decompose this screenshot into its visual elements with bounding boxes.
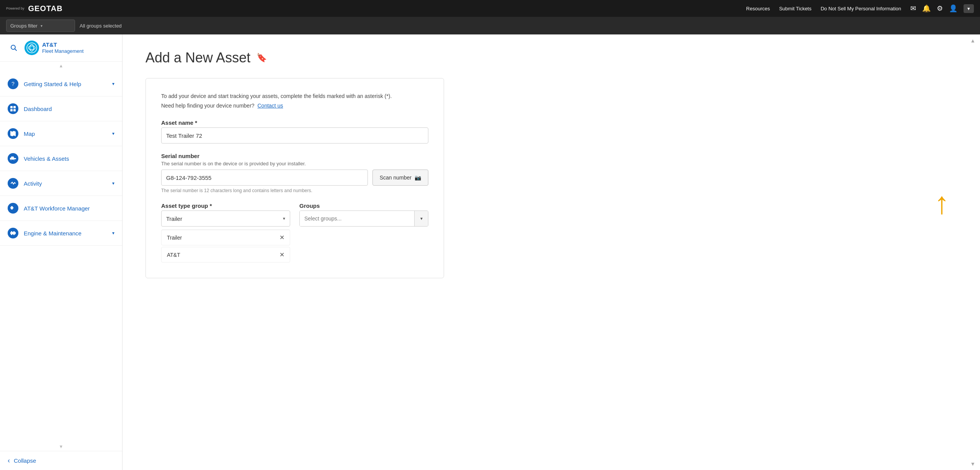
asset-type-dropdown-arrow: ▾ (283, 216, 285, 221)
nav-label-map: Map (24, 131, 107, 137)
groups-filter-dropdown[interactable]: Groups filter ▾ (6, 20, 75, 32)
scroll-up-indicator: ▲ (970, 38, 975, 44)
att-brand-name: AT&T Fleet Management (42, 41, 83, 55)
page-title-row: Add a New Asset 🔖 (145, 50, 444, 66)
sidebar-item-dashboard[interactable]: Dashboard (0, 98, 122, 119)
sidebar-scroll-down-indicator: ▼ (0, 442, 122, 451)
bookmark-icon[interactable]: 🔖 (256, 53, 267, 63)
sidebar-item-map[interactable]: Map ▾ (0, 123, 122, 144)
top-bar-right: Resources Submit Tickets Do Not Sell My … (746, 4, 974, 13)
asset-type-value: Trailer (166, 215, 182, 222)
tag-item-att: AT&T ✕ (161, 247, 290, 263)
asset-name-label: Asset name * (161, 119, 428, 126)
top-bar-left: Powered by GEOTAB (6, 4, 63, 13)
svg-rect-18 (13, 231, 15, 232)
serial-number-label: Serial number (161, 153, 428, 159)
svg-rect-8 (10, 109, 13, 111)
content-inner: Add a New Asset 🔖 To add your device and… (122, 34, 467, 294)
engine-icon (8, 228, 18, 238)
svg-rect-15 (15, 158, 16, 159)
puzzle-icon (8, 203, 18, 214)
asset-name-section: Asset name * (161, 119, 428, 144)
user-icon[interactable]: 👤 (949, 4, 957, 13)
geotab-logo-text: GEOTAB (28, 4, 63, 13)
mail-icon[interactable]: ✉ (910, 4, 916, 13)
nav-label-engine: Engine & Maintenance (24, 230, 107, 237)
scroll-down-indicator: ▼ (970, 461, 975, 467)
question-icon: ? (8, 78, 18, 89)
gear-icon[interactable]: ⚙ (937, 4, 943, 13)
svg-point-13 (11, 159, 12, 160)
contact-us-link[interactable]: Contact us (258, 103, 283, 109)
svg-rect-20 (13, 234, 15, 235)
groups-label: Groups (299, 202, 428, 209)
nav-label-activity: Activity (24, 180, 107, 187)
nav-divider-2 (0, 121, 122, 121)
main-layout: AT&T Fleet Management ▲ ? Getting Starte… (0, 34, 980, 470)
serial-number-input[interactable] (161, 170, 368, 186)
sidebar-item-workforce[interactable]: AT&T Workforce Manager (0, 197, 122, 219)
dashboard-icon (8, 103, 18, 114)
tag-list: Trailer ✕ AT&T ✕ (161, 230, 290, 263)
sidebar: AT&T Fleet Management ▲ ? Getting Starte… (0, 34, 122, 470)
svg-point-14 (14, 159, 15, 160)
form-intro-line1: To add your device and start tracking yo… (161, 93, 392, 99)
tag-remove-trailer[interactable]: ✕ (279, 234, 284, 241)
sidebar-collapse-button[interactable]: ‹ Collapse (0, 451, 122, 470)
groups-dropdown-button[interactable]: ▾ (414, 211, 428, 226)
filter-bar: Groups filter ▾ All groups selected (0, 17, 980, 34)
tag-remove-att[interactable]: ✕ (279, 251, 284, 258)
form-card: To add your device and start tracking yo… (145, 78, 444, 278)
nav-label-workforce: AT&T Workforce Manager (24, 205, 114, 212)
asset-type-dropdown[interactable]: Trailer ▾ (161, 211, 290, 227)
top-bar-icons: ✉ 🔔 ⚙ 👤 ▾ (910, 4, 974, 13)
all-groups-selected-text: All groups selected (80, 23, 122, 29)
sidebar-item-activity[interactable]: Activity ▾ (0, 173, 122, 194)
sidebar-item-getting-started[interactable]: ? Getting Started & Help ▾ (0, 73, 122, 95)
tag-label-trailer: Trailer (167, 235, 182, 241)
form-intro-sub: Need help finding your device number? Co… (161, 103, 428, 109)
sidebar-item-vehicles[interactable]: Vehicles & Assets (0, 148, 122, 169)
svg-rect-17 (11, 231, 12, 232)
asset-name-input[interactable] (161, 127, 428, 144)
svg-line-1 (15, 49, 17, 51)
groups-input-row: ▾ (299, 211, 428, 227)
groups-col: Groups ▾ (299, 202, 428, 264)
scan-number-button[interactable]: Scan number 📷 (372, 170, 428, 186)
chevron-down-icon-engine: ▾ (112, 230, 114, 236)
page-title: Add a New Asset (145, 50, 250, 66)
serial-hint-text: The serial number is 12 characters long … (161, 188, 428, 193)
nav-divider-5 (0, 196, 122, 196)
tag-label-att: AT&T (167, 252, 180, 258)
chevron-down-icon: ▾ (112, 81, 114, 86)
activity-icon (8, 178, 18, 189)
sidebar-nav: ? Getting Started & Help ▾ Dashboard (0, 70, 122, 442)
camera-icon: 📷 (415, 175, 421, 181)
groups-filter-label: Groups filter (10, 23, 38, 29)
submit-tickets-link[interactable]: Submit Tickets (779, 6, 812, 11)
svg-marker-10 (10, 131, 16, 136)
asset-type-col: Asset type group * Trailer ▾ Trailer ✕ (161, 202, 290, 264)
svg-rect-7 (13, 106, 16, 108)
nav-label-getting-started: Getting Started & Help (24, 81, 107, 87)
nav-divider-7 (0, 245, 122, 246)
tag-item-trailer: Trailer ✕ (161, 230, 290, 245)
top-bar: Powered by GEOTAB Resources Submit Ticke… (0, 0, 980, 17)
nav-divider (0, 96, 122, 96)
bell-icon[interactable]: 🔔 (922, 4, 931, 13)
att-logo: AT&T Fleet Management (24, 41, 83, 55)
do-not-sell-link[interactable]: Do Not Sell My Personal Information (821, 6, 901, 11)
att-circle-icon (24, 41, 39, 55)
sidebar-scroll-up-indicator: ▲ (0, 62, 122, 70)
sidebar-item-engine[interactable]: Engine & Maintenance ▾ (0, 222, 122, 244)
chevron-down-icon-map: ▾ (112, 131, 114, 136)
user-menu-chevron: ▾ (967, 6, 970, 11)
user-menu[interactable]: ▾ (964, 4, 974, 13)
powered-by-text: Powered by (6, 7, 24, 11)
sidebar-search-button[interactable] (8, 42, 20, 54)
groups-search-input[interactable] (300, 211, 414, 226)
serial-number-desc: The serial number is on the device or is… (161, 161, 428, 166)
serial-input-row: Scan number 📷 (161, 170, 428, 186)
resources-link[interactable]: Resources (746, 6, 770, 11)
collapse-chevron-icon: ‹ (8, 457, 10, 465)
